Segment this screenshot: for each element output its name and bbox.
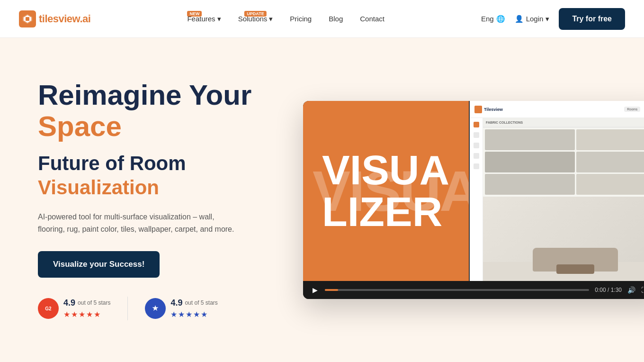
laptop-room-preview <box>483 197 644 281</box>
nav-right: Eng 🌐 👤 Login ▾ Try for free <box>481 8 625 30</box>
login-link[interactable]: 👤 Login ▾ <box>515 15 550 23</box>
logo-text: tilesview.ai <box>39 13 90 25</box>
blog-label: Blog <box>329 15 343 23</box>
laptop-nav-sm: Rooms Products <box>624 107 644 112</box>
logo-icon <box>19 10 36 27</box>
side-nav-dot-4 <box>474 153 479 159</box>
nav-links: NEW Features ▾ UPDATE Solutions ▾ Pricin… <box>187 15 385 23</box>
features-badge: NEW <box>187 11 202 17</box>
ratings-section: G2 4.9 out of 5 stars ★ ★ ★ ★ ★ <box>38 297 284 320</box>
language-selector[interactable]: Eng 🌐 <box>481 15 505 23</box>
video-container[interactable]: VISUALIZER VISUALIZER Tilesview Roo <box>303 101 644 299</box>
rating-divider <box>127 297 128 320</box>
capterra-rating: 4.9 out of 5 stars ★ ★ ★ ★ ★ <box>145 298 217 319</box>
hero-left: Reimagine Your Space Future of Room Visu… <box>38 80 284 320</box>
laptop-logo-sm-text: Tilesview <box>484 107 503 112</box>
g2-badge: G2 <box>38 298 59 319</box>
video-time: 0:00 / 1:30 <box>595 287 622 293</box>
video-thumbnail: VISUALIZER VISUALIZER Tilesview Roo <box>303 101 644 281</box>
g2-score: 4.9 <box>63 298 75 308</box>
login-label: Login <box>526 15 544 23</box>
g2-rating: G2 4.9 out of 5 stars ★ ★ ★ ★ ★ <box>38 298 110 319</box>
logo-link[interactable]: tilesview.ai <box>19 10 90 27</box>
g2-label: out of 5 stars <box>78 299 110 306</box>
tile-item-2 <box>576 129 644 150</box>
side-nav-dot-1 <box>474 122 479 127</box>
lang-label: Eng <box>481 15 494 23</box>
solutions-badge: UPDATE <box>244 11 266 17</box>
features-chevron-icon: ▾ <box>217 15 221 23</box>
capterra-stars: ★ ★ ★ ★ ★ <box>170 310 217 319</box>
g2-stars: ★ ★ ★ ★ ★ <box>63 310 110 319</box>
nav-item-solutions[interactable]: UPDATE Solutions ▾ <box>238 15 273 23</box>
hero-right: VISUALIZER VISUALIZER Tilesview Roo <box>303 100 644 299</box>
room-table <box>556 264 594 274</box>
capterra-score: 4.9 <box>170 298 182 308</box>
svg-rect-1 <box>26 17 29 21</box>
laptop-sidebar: Fabric Collections <box>470 118 644 281</box>
nav-item-pricing[interactable]: Pricing <box>290 15 312 23</box>
capterra-badge <box>145 298 166 319</box>
laptop-logo-sm: Tilesview <box>474 106 503 113</box>
laptop-nav-btn-1: Rooms <box>624 107 640 112</box>
try-for-free-button[interactable]: Try for free <box>559 8 625 30</box>
laptop-side-nav <box>470 118 483 281</box>
solutions-chevron-icon: ▾ <box>269 15 273 23</box>
side-nav-dot-2 <box>474 132 479 138</box>
svg-text:G2: G2 <box>45 306 52 311</box>
nav-item-blog[interactable]: Blog <box>329 15 343 23</box>
video-progress-bar[interactable] <box>325 289 589 291</box>
laptop-main-area: Fabric Collections <box>483 118 644 281</box>
tile-item-4 <box>576 152 644 172</box>
tile-item-1 <box>485 129 575 150</box>
navbar: tilesview.ai NEW Features ▾ UPDATE Solut… <box>0 0 644 38</box>
nav-item-contact[interactable]: Contact <box>360 15 385 23</box>
globe-icon: 🌐 <box>496 15 505 23</box>
laptop-logo-sm-icon <box>474 106 482 113</box>
pricing-label: Pricing <box>290 15 312 23</box>
hero-section: Reimagine Your Space Future of Room Visu… <box>0 38 644 362</box>
video-controls[interactable]: ▶ 0:00 / 1:30 🔊 ⛶ ⋮ <box>303 281 644 299</box>
fullscreen-button[interactable]: ⛶ <box>641 286 644 294</box>
laptop-header: Tilesview Rooms Products <box>470 101 644 118</box>
laptop-tile-grid <box>483 127 644 197</box>
nav-item-features[interactable]: NEW Features ▾ <box>187 15 221 23</box>
hero-subheading: Future of Room Visualization <box>38 152 284 199</box>
user-icon: 👤 <box>515 15 524 23</box>
volume-button[interactable]: 🔊 <box>627 286 635 294</box>
capterra-rating-info: 4.9 out of 5 stars ★ ★ ★ ★ ★ <box>170 298 217 319</box>
video-main-text: VISUALIZER <box>322 149 449 233</box>
side-nav-dot-5 <box>474 163 479 169</box>
laptop-screen: Tilesview Rooms Products <box>470 101 644 281</box>
hero-heading: Reimagine Your Space <box>38 80 284 142</box>
g2-rating-info: 4.9 out of 5 stars ★ ★ ★ ★ ★ <box>63 298 110 319</box>
laptop-overlay: Tilesview Rooms Products <box>469 101 644 281</box>
login-chevron-icon: ▾ <box>546 15 549 23</box>
visualize-cta-button[interactable]: Visualize your Success! <box>38 251 160 278</box>
contact-label: Contact <box>360 15 385 23</box>
video-progress-fill <box>325 289 338 291</box>
hero-description: AI-powered tool for multi-surface visual… <box>38 211 237 236</box>
side-nav-dot-3 <box>474 143 479 148</box>
play-button[interactable]: ▶ <box>311 286 319 294</box>
laptop-top-section: Fabric Collections <box>483 118 644 127</box>
tile-item-6 <box>576 174 644 195</box>
tile-item-5 <box>485 174 575 195</box>
tile-item-3 <box>485 152 575 172</box>
capterra-label: out of 5 stars <box>185 299 217 306</box>
